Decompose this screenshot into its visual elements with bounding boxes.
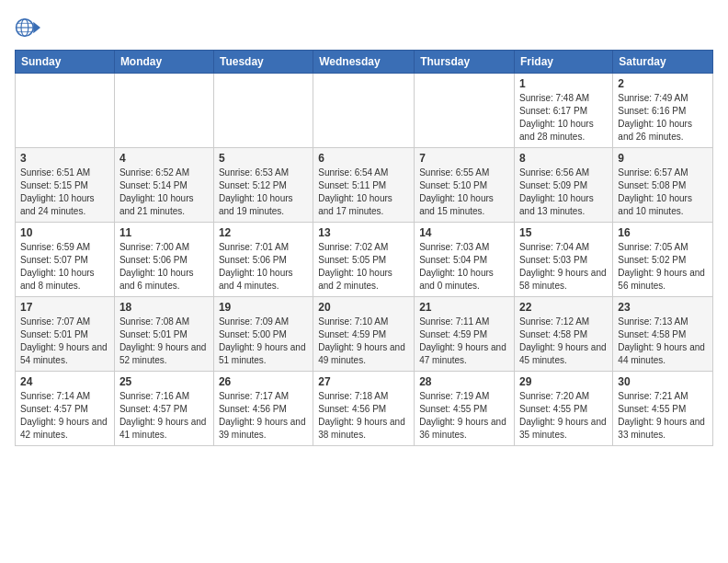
calendar-day-12: 12Sunrise: 7:01 AMSunset: 5:06 PMDayligh… — [213, 223, 313, 297]
calendar-day-22: 22Sunrise: 7:12 AMSunset: 4:58 PMDayligh… — [515, 297, 613, 372]
day-number: 19 — [219, 301, 308, 314]
day-info: Sunrise: 7:08 AMSunset: 5:01 PMDaylight:… — [119, 316, 209, 367]
day-number: 4 — [119, 152, 209, 165]
day-info: Sunrise: 7:20 AMSunset: 4:55 PMDaylight:… — [519, 390, 608, 442]
day-number: 5 — [219, 152, 308, 165]
day-info: Sunrise: 7:14 AMSunset: 4:57 PMDaylight:… — [20, 390, 109, 442]
calendar-day-6: 6Sunrise: 6:54 AMSunset: 5:11 PMDaylight… — [313, 148, 415, 223]
calendar-day-16: 16Sunrise: 7:05 AMSunset: 5:02 PMDayligh… — [613, 223, 713, 297]
empty-cell — [213, 74, 313, 148]
day-info: Sunrise: 7:01 AMSunset: 5:06 PMDaylight:… — [219, 241, 308, 293]
calendar-week-2: 3Sunrise: 6:51 AMSunset: 5:15 PMDaylight… — [16, 148, 713, 223]
day-info: Sunrise: 6:55 AMSunset: 5:10 PMDaylight:… — [419, 167, 509, 218]
empty-cell — [114, 74, 213, 148]
calendar: SundayMondayTuesdayWednesdayThursdayFrid… — [15, 50, 713, 446]
day-info: Sunrise: 6:59 AMSunset: 5:07 PMDaylight:… — [20, 241, 109, 293]
calendar-day-14: 14Sunrise: 7:03 AMSunset: 5:04 PMDayligh… — [415, 223, 515, 297]
day-info: Sunrise: 6:54 AMSunset: 5:11 PMDaylight:… — [318, 167, 409, 218]
day-info: Sunrise: 7:11 AMSunset: 4:59 PMDaylight:… — [419, 316, 509, 367]
calendar-week-1: 1Sunrise: 7:48 AMSunset: 6:17 PMDaylight… — [16, 74, 713, 148]
day-info: Sunrise: 7:21 AMSunset: 4:55 PMDaylight:… — [618, 390, 708, 442]
day-number: 25 — [119, 375, 209, 388]
calendar-day-25: 25Sunrise: 7:16 AMSunset: 4:57 PMDayligh… — [114, 372, 213, 446]
calendar-day-11: 11Sunrise: 7:00 AMSunset: 5:06 PMDayligh… — [114, 223, 213, 297]
day-info: Sunrise: 7:03 AMSunset: 5:04 PMDaylight:… — [419, 241, 509, 293]
day-number: 14 — [419, 226, 509, 239]
day-info: Sunrise: 7:17 AMSunset: 4:56 PMDaylight:… — [219, 390, 308, 442]
calendar-day-20: 20Sunrise: 7:10 AMSunset: 4:59 PMDayligh… — [313, 297, 415, 372]
column-header-tuesday: Tuesday — [213, 51, 313, 74]
calendar-day-30: 30Sunrise: 7:21 AMSunset: 4:55 PMDayligh… — [613, 372, 713, 446]
day-info: Sunrise: 7:13 AMSunset: 4:58 PMDaylight:… — [618, 316, 708, 367]
day-number: 22 — [519, 301, 608, 314]
day-info: Sunrise: 7:16 AMSunset: 4:57 PMDaylight:… — [119, 390, 209, 442]
calendar-day-1: 1Sunrise: 7:48 AMSunset: 6:17 PMDaylight… — [515, 74, 613, 148]
day-number: 27 — [318, 375, 409, 388]
calendar-week-3: 10Sunrise: 6:59 AMSunset: 5:07 PMDayligh… — [16, 223, 713, 297]
day-number: 16 — [618, 226, 708, 239]
day-number: 17 — [20, 301, 109, 314]
calendar-day-15: 15Sunrise: 7:04 AMSunset: 5:03 PMDayligh… — [515, 223, 613, 297]
column-header-thursday: Thursday — [415, 51, 515, 74]
empty-cell — [313, 74, 415, 148]
day-info: Sunrise: 7:49 AMSunset: 6:16 PMDaylight:… — [618, 92, 708, 144]
day-number: 20 — [318, 301, 409, 314]
day-number: 6 — [318, 152, 409, 165]
calendar-day-5: 5Sunrise: 6:53 AMSunset: 5:12 PMDaylight… — [213, 148, 313, 223]
day-info: Sunrise: 7:48 AMSunset: 6:17 PMDaylight:… — [519, 92, 608, 144]
calendar-day-7: 7Sunrise: 6:55 AMSunset: 5:10 PMDaylight… — [415, 148, 515, 223]
column-header-friday: Friday — [515, 51, 613, 74]
calendar-day-29: 29Sunrise: 7:20 AMSunset: 4:55 PMDayligh… — [515, 372, 613, 446]
column-header-monday: Monday — [114, 51, 213, 74]
logo-icon — [15, 15, 40, 40]
calendar-day-28: 28Sunrise: 7:19 AMSunset: 4:55 PMDayligh… — [415, 372, 515, 446]
day-number: 18 — [119, 301, 209, 314]
calendar-day-23: 23Sunrise: 7:13 AMSunset: 4:58 PMDayligh… — [613, 297, 713, 372]
column-header-wednesday: Wednesday — [313, 51, 415, 74]
day-number: 10 — [20, 226, 109, 239]
calendar-day-27: 27Sunrise: 7:18 AMSunset: 4:56 PMDayligh… — [313, 372, 415, 446]
day-number: 1 — [519, 77, 608, 90]
day-number: 8 — [519, 152, 608, 165]
calendar-day-3: 3Sunrise: 6:51 AMSunset: 5:15 PMDaylight… — [16, 148, 115, 223]
day-info: Sunrise: 6:52 AMSunset: 5:14 PMDaylight:… — [119, 167, 209, 218]
day-number: 9 — [618, 152, 708, 165]
calendar-day-18: 18Sunrise: 7:08 AMSunset: 5:01 PMDayligh… — [114, 297, 213, 372]
calendar-day-2: 2Sunrise: 7:49 AMSunset: 6:16 PMDaylight… — [613, 74, 713, 148]
day-number: 2 — [618, 77, 708, 90]
day-number: 3 — [20, 152, 109, 165]
column-header-saturday: Saturday — [613, 51, 713, 74]
day-number: 29 — [519, 375, 608, 388]
day-number: 12 — [219, 226, 308, 239]
empty-cell — [415, 74, 515, 148]
day-number: 13 — [318, 226, 409, 239]
day-number: 21 — [419, 301, 509, 314]
logo — [15, 15, 44, 40]
page-header — [15, 15, 713, 40]
day-number: 15 — [519, 226, 608, 239]
day-info: Sunrise: 7:00 AMSunset: 5:06 PMDaylight:… — [119, 241, 209, 293]
day-info: Sunrise: 7:04 AMSunset: 5:03 PMDaylight:… — [519, 241, 608, 293]
day-info: Sunrise: 7:10 AMSunset: 4:59 PMDaylight:… — [318, 316, 409, 367]
day-info: Sunrise: 7:12 AMSunset: 4:58 PMDaylight:… — [519, 316, 608, 367]
day-number: 28 — [419, 375, 509, 388]
day-info: Sunrise: 6:53 AMSunset: 5:12 PMDaylight:… — [219, 167, 308, 218]
calendar-week-5: 24Sunrise: 7:14 AMSunset: 4:57 PMDayligh… — [16, 372, 713, 446]
calendar-week-4: 17Sunrise: 7:07 AMSunset: 5:01 PMDayligh… — [16, 297, 713, 372]
day-info: Sunrise: 7:05 AMSunset: 5:02 PMDaylight:… — [618, 241, 708, 293]
calendar-day-10: 10Sunrise: 6:59 AMSunset: 5:07 PMDayligh… — [16, 223, 115, 297]
day-info: Sunrise: 7:18 AMSunset: 4:56 PMDaylight:… — [318, 390, 409, 442]
day-info: Sunrise: 6:56 AMSunset: 5:09 PMDaylight:… — [519, 167, 608, 218]
calendar-day-26: 26Sunrise: 7:17 AMSunset: 4:56 PMDayligh… — [213, 372, 313, 446]
day-number: 30 — [618, 375, 708, 388]
day-info: Sunrise: 6:57 AMSunset: 5:08 PMDaylight:… — [618, 167, 708, 218]
day-number: 11 — [119, 226, 209, 239]
day-info: Sunrise: 7:19 AMSunset: 4:55 PMDaylight:… — [419, 390, 509, 442]
calendar-day-8: 8Sunrise: 6:56 AMSunset: 5:09 PMDaylight… — [515, 148, 613, 223]
empty-cell — [16, 74, 115, 148]
calendar-day-19: 19Sunrise: 7:09 AMSunset: 5:00 PMDayligh… — [213, 297, 313, 372]
calendar-day-4: 4Sunrise: 6:52 AMSunset: 5:14 PMDaylight… — [114, 148, 213, 223]
day-info: Sunrise: 7:02 AMSunset: 5:05 PMDaylight:… — [318, 241, 409, 293]
calendar-day-9: 9Sunrise: 6:57 AMSunset: 5:08 PMDaylight… — [613, 148, 713, 223]
day-info: Sunrise: 6:51 AMSunset: 5:15 PMDaylight:… — [20, 167, 109, 218]
